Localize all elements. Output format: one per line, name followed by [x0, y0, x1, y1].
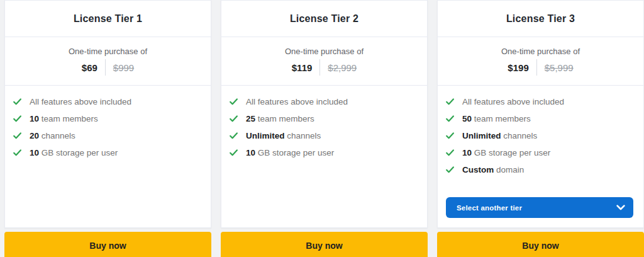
buy-now-button[interactable]: Buy now — [4, 232, 211, 257]
feature-item: 10 team members — [13, 110, 201, 127]
chevron-down-icon — [616, 205, 625, 210]
card-header: License Tier 1 — [5, 1, 211, 37]
feature-text: 10 GB storage per user — [462, 148, 550, 157]
feature-item: Custom domain — [446, 161, 633, 178]
pricing-column-tier-3: License Tier 3 One-time purchase of $199… — [437, 0, 644, 257]
feature-text: All features above included — [246, 97, 348, 106]
feature-item: 50 team members — [446, 110, 633, 127]
feature-item: All features above included — [446, 93, 633, 110]
current-price: $199 — [508, 62, 528, 73]
feature-text: Unlimited channels — [246, 131, 321, 140]
buy-now-button[interactable]: Buy now — [437, 232, 644, 257]
select-tier-dropdown[interactable]: Select another tier — [446, 197, 633, 218]
original-price: $2,999 — [328, 62, 357, 73]
feature-item: 20 channels — [13, 127, 201, 144]
price-divider — [105, 59, 106, 76]
dropdown-label: Select another tier — [457, 204, 522, 212]
feature-list: All features above included50 team membe… — [438, 86, 643, 197]
feature-text: 10 GB storage per user — [246, 148, 334, 157]
price-divider — [319, 59, 320, 76]
card-header: License Tier 2 — [221, 1, 427, 37]
check-icon — [13, 132, 21, 139]
feature-text: Custom domain — [462, 165, 524, 174]
check-icon — [446, 166, 454, 173]
feature-text: Unlimited channels — [462, 131, 537, 140]
feature-text: 10 team members — [30, 114, 98, 123]
pricing-card-tier-2: License Tier 2 One-time purchase of $119… — [221, 0, 428, 228]
check-icon — [446, 115, 454, 122]
price-row: $119 $2,999 — [292, 59, 357, 76]
feature-text: 25 team members — [246, 114, 314, 123]
card-header: License Tier 3 — [438, 1, 643, 37]
feature-item: 25 team members — [230, 110, 417, 127]
price-section: One-time purchase of $119 $2,999 — [221, 37, 427, 86]
feature-list: All features above included25 team membe… — [221, 86, 427, 227]
tier-title: License Tier 1 — [74, 13, 142, 25]
price-divider — [536, 59, 537, 76]
tier-title: License Tier 3 — [506, 13, 575, 25]
pricing-card-tier-1: License Tier 1 One-time purchase of $69 … — [4, 0, 211, 228]
current-price: $69 — [82, 62, 97, 73]
pricing-column-tier-2: License Tier 2 One-time purchase of $119… — [221, 0, 428, 257]
check-icon — [13, 149, 21, 156]
check-icon — [13, 115, 21, 122]
feature-list: All features above included10 team membe… — [5, 86, 211, 227]
purchase-label: One-time purchase of — [501, 47, 580, 56]
check-icon — [13, 98, 21, 105]
feature-text: 10 GB storage per user — [30, 148, 118, 157]
feature-item: Unlimited channels — [230, 127, 417, 144]
check-icon — [446, 132, 454, 139]
price-section: One-time purchase of $199 $5,999 — [438, 37, 643, 86]
purchase-label: One-time purchase of — [285, 47, 364, 56]
check-icon — [230, 149, 238, 156]
price-section: One-time purchase of $69 $999 — [5, 37, 211, 86]
original-price: $999 — [113, 62, 134, 73]
feature-text: All features above included — [462, 97, 564, 106]
purchase-label: One-time purchase of — [69, 47, 147, 56]
current-price: $119 — [292, 62, 313, 73]
pricing-card-tier-3: License Tier 3 One-time purchase of $199… — [437, 0, 644, 228]
pricing-table: License Tier 1 One-time purchase of $69 … — [0, 0, 644, 257]
feature-item: 10 GB storage per user — [446, 144, 633, 161]
feature-item: 10 GB storage per user — [230, 144, 417, 161]
feature-item: All features above included — [13, 93, 201, 110]
feature-item: 10 GB storage per user — [13, 144, 201, 161]
check-icon — [230, 132, 238, 139]
check-icon — [446, 98, 454, 105]
feature-text: All features above included — [30, 97, 131, 106]
buy-now-button[interactable]: Buy now — [221, 232, 428, 257]
check-icon — [230, 115, 238, 122]
feature-text: 50 team members — [462, 114, 531, 123]
check-icon — [446, 149, 454, 156]
price-row: $199 $5,999 — [508, 59, 573, 76]
price-row: $69 $999 — [82, 59, 134, 76]
feature-item: All features above included — [230, 93, 417, 110]
feature-text: 20 channels — [30, 131, 75, 140]
pricing-column-tier-1: License Tier 1 One-time purchase of $69 … — [4, 0, 211, 257]
tier-title: License Tier 2 — [290, 13, 358, 25]
check-icon — [230, 98, 238, 105]
original-price: $5,999 — [545, 62, 574, 73]
feature-item: Unlimited channels — [446, 127, 633, 144]
